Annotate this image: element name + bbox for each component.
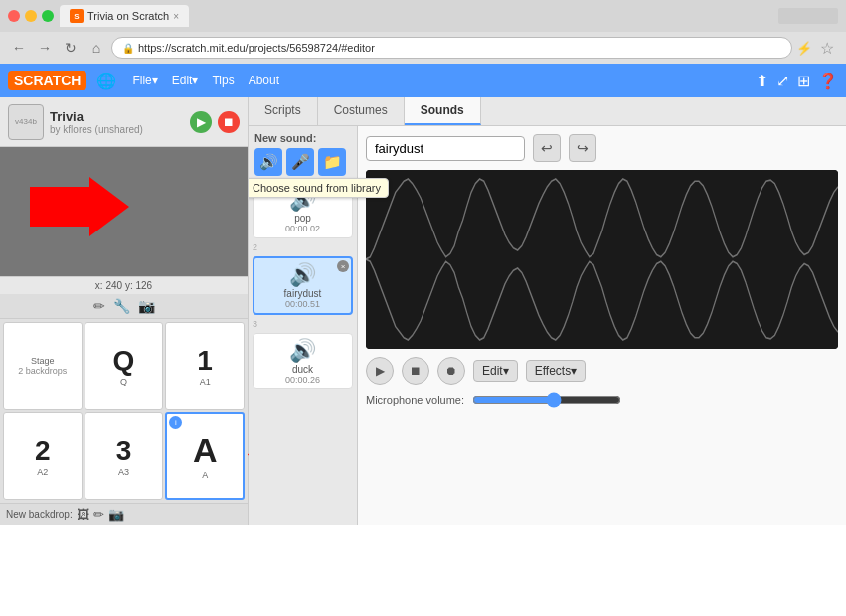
sound-duration-fairydust: 00:00.51 <box>285 299 320 309</box>
stage-canvas <box>0 147 248 276</box>
tab-close-btn[interactable]: × <box>173 11 179 22</box>
arrow-decoration <box>30 177 129 239</box>
info-badge: i <box>169 416 182 429</box>
version-badge: v434b <box>15 117 37 126</box>
maximize-window-btn[interactable] <box>42 10 54 22</box>
svg-rect-2 <box>366 170 838 349</box>
project-name[interactable]: Trivia <box>50 109 184 124</box>
fullscreen-icon[interactable]: ⤢ <box>776 72 789 90</box>
sprite-char-q: Q <box>113 345 135 377</box>
sprite-cell-q[interactable]: Q Q <box>85 322 164 410</box>
fill-tool-icon[interactable]: 🔧 <box>113 298 130 314</box>
effects-dropdown-btn[interactable]: Effects▾ <box>526 360 586 382</box>
menu-tips[interactable]: Tips <box>206 72 240 89</box>
browser-tab[interactable]: S Trivia on Scratch × <box>60 5 189 27</box>
home-btn[interactable]: ⌂ <box>85 37 107 59</box>
undo-btn[interactable]: ↩ <box>533 134 561 162</box>
sprite-cell-1[interactable]: 1 A1 <box>165 322 245 410</box>
sprite-cell-2[interactable]: 2 A2 <box>3 412 83 501</box>
green-flag-btn[interactable]: ▶ <box>190 111 212 133</box>
stage-cell[interactable]: Stage 2 backdrops <box>3 322 83 410</box>
sound-upload-btn[interactable]: 📁 <box>318 148 346 176</box>
edit-dropdown-btn[interactable]: Edit▾ <box>473 360 518 382</box>
project-info: Trivia by kflores (unshared) <box>50 109 184 135</box>
sound-controls: ▶ ⏹ ⏺ Edit▾ Effects▾ <box>366 357 838 385</box>
sound-editor-top: ↩ ↪ <box>366 134 838 162</box>
sprite-cell-a[interactable]: i A A <box>165 412 245 501</box>
camera-tool-icon[interactable]: 📷 <box>138 298 155 314</box>
sound-item-fairydust[interactable]: × 🔊 fairydust 00:00.51 <box>253 256 353 315</box>
sound-panel-body: New sound: 🔊 Choose sound from library 🎤… <box>249 126 846 525</box>
editor-tabs: Scripts Costumes Sounds <box>249 97 846 126</box>
sound-item-duck[interactable]: 🔊 duck 00:00.26 <box>253 333 353 389</box>
reload-btn[interactable]: ↻ <box>60 37 82 59</box>
browser-chrome: S Trivia on Scratch × ← → ↻ ⌂ 🔒 https://… <box>0 0 846 64</box>
sprite-label-a: A <box>202 470 208 480</box>
menu-edit[interactable]: Edit▾ <box>166 72 205 89</box>
new-sound-label: New sound: <box>249 126 357 146</box>
sound-speaker-fairydust: 🔊 <box>289 262 316 288</box>
stop-sound-btn[interactable]: ⏹ <box>402 357 429 385</box>
scratch-toolbar: SCRATCH 🌐 File▾ Edit▾ Tips About ⬆ ⤢ ⊞ ❓ <box>0 64 846 97</box>
sprite-tools-row: ✏ 🔧 📷 <box>0 294 248 319</box>
forward-btn[interactable]: → <box>34 37 56 59</box>
sound-microphone-btn[interactable]: 🎤 <box>286 148 314 176</box>
sound-name-duck: duck <box>292 364 313 375</box>
main-area: v434b Trivia by kflores (unshared) ▶ ⏹ x… <box>0 97 846 525</box>
tab-scripts[interactable]: Scripts <box>249 97 318 125</box>
play-btn[interactable]: ▶ <box>366 357 394 385</box>
record-btn[interactable]: ⏺ <box>437 357 465 385</box>
sound-name-input[interactable] <box>366 136 525 161</box>
close-window-btn[interactable] <box>8 10 20 22</box>
sound-number-3: 3 <box>249 317 357 331</box>
minimize-window-btn[interactable] <box>25 10 37 22</box>
mic-volume-slider[interactable] <box>472 392 621 408</box>
back-btn[interactable]: ← <box>8 37 30 59</box>
scratch-logo[interactable]: SCRATCH <box>8 71 86 90</box>
stop-btn[interactable]: ⏹ <box>218 111 240 133</box>
address-bar[interactable]: 🔒 https://scratch.mit.edu/projects/56598… <box>111 37 792 59</box>
sprite-char-2: 2 <box>35 435 51 467</box>
coord-display: x: 240 y: 126 <box>0 276 248 294</box>
backdrop-camera-icon[interactable]: 📷 <box>108 507 124 522</box>
sprite-char-a: A <box>193 431 218 470</box>
tab-sounds[interactable]: Sounds <box>405 97 481 125</box>
upload-icon[interactable]: ⬆ <box>756 72 768 90</box>
sound-editor: ↩ ↪ // Generate waveform via SVG <box>358 126 846 525</box>
fairydust-close-btn[interactable]: × <box>337 260 349 272</box>
sprite-label-2: A2 <box>37 467 48 477</box>
resize-icon[interactable]: ⊞ <box>797 72 810 90</box>
paint-tool-icon[interactable]: ✏ <box>93 298 105 314</box>
svg-marker-0 <box>30 177 129 236</box>
bookmark-btn[interactable]: ☆ <box>816 37 838 59</box>
tab-costumes[interactable]: Costumes <box>318 97 405 125</box>
menu-file[interactable]: File▾ <box>126 72 163 89</box>
new-tab-area <box>778 8 838 24</box>
sprite-char-1: 1 <box>197 345 213 377</box>
sprite-char-3: 3 <box>116 435 132 467</box>
lock-icon: 🔒 <box>122 43 134 54</box>
waveform-area: // Generate waveform via SVG <box>366 170 838 349</box>
stage-label: Stage <box>31 356 55 366</box>
sound-library-btn[interactable]: 🔊 Choose sound from library <box>254 148 282 176</box>
sprite-cell-3[interactable]: 3 A3 <box>85 412 164 501</box>
sound-number-2: 2 <box>249 240 357 254</box>
toolbar-menu: File▾ Edit▾ Tips About <box>126 72 285 89</box>
backdrop-paint-icon[interactable]: ✏ <box>93 507 104 522</box>
editor-panel: Scripts Costumes Sounds New sound: 🔊 Cho… <box>249 97 846 525</box>
project-header: v434b Trivia by kflores (unshared) ▶ ⏹ <box>0 97 248 147</box>
sound-duration-duck: 00:00.26 <box>285 375 320 385</box>
library-tooltip: Choose sound from library <box>249 178 389 198</box>
sprite-grid: Stage 2 backdrops Q Q 1 A1 2 A2 3 A3 <box>0 319 248 503</box>
sound-duration-pop: 00:00.02 <box>285 224 320 233</box>
language-btn[interactable]: 🌐 <box>96 72 116 90</box>
menu-about[interactable]: About <box>243 72 285 89</box>
tab-favicon: S <box>70 9 84 23</box>
tab-title: Trivia on Scratch <box>87 10 169 22</box>
sound-name-fairydust: fairydust <box>284 288 322 299</box>
new-backdrop-label: New backdrop: <box>6 509 73 520</box>
redo-btn[interactable]: ↪ <box>569 134 596 162</box>
help-icon[interactable]: ❓ <box>818 72 838 90</box>
backdrop-image-icon[interactable]: 🖼 <box>77 507 89 522</box>
stage-area: x: 240 y: 126 <box>0 147 248 294</box>
